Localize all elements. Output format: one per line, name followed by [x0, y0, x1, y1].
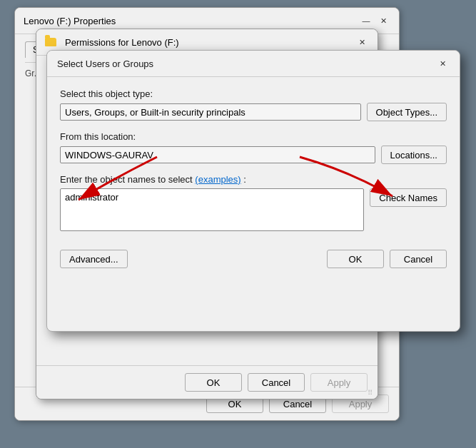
- permissions-buttons: OK Cancel Apply: [46, 373, 368, 392]
- resize-grip: ⠿: [368, 389, 376, 397]
- select-users-close-button[interactable]: ✕: [435, 56, 450, 71]
- select-users-bottom-bar: Advanced... OK Cancel: [47, 243, 460, 275]
- title-bar-left: Lenovo (F:) Properties: [24, 16, 116, 26]
- permissions-cancel-button[interactable]: Cancel: [248, 373, 305, 392]
- select-users-ok-button[interactable]: OK: [327, 250, 384, 268]
- location-label: From this location:: [60, 131, 447, 142]
- object-type-input: [60, 103, 361, 121]
- permissions-ok-button[interactable]: OK: [185, 373, 242, 392]
- permissions-apply-button[interactable]: Apply: [310, 373, 368, 392]
- arrow-right: [278, 150, 407, 207]
- select-users-title: Select Users or Groups: [57, 58, 153, 69]
- select-users-titlebar: Select Users or Groups ✕: [47, 51, 460, 77]
- colon: :: [243, 174, 246, 185]
- object-type-label: Select this object type:: [60, 88, 447, 99]
- window-controls: — ✕: [359, 14, 390, 28]
- permissions-close-button[interactable]: ✕: [355, 35, 369, 49]
- permissions-title-left: Permissions for Lenovo (F:): [45, 37, 179, 48]
- permissions-bottom-bar: OK Cancel Apply: [36, 365, 378, 399]
- arrow-left: [57, 150, 171, 207]
- object-types-button[interactable]: Object Types...: [367, 103, 447, 121]
- select-users-right-buttons: OK Cancel: [327, 250, 447, 268]
- close-button[interactable]: ✕: [376, 14, 390, 28]
- examples-link[interactable]: (examples): [195, 174, 240, 185]
- object-type-row: Object Types...: [60, 103, 447, 121]
- permissions-title-text: Permissions for Lenovo (F:): [65, 37, 179, 48]
- select-users-cancel-button[interactable]: Cancel: [390, 250, 447, 268]
- title-text: Lenovo (F:) Properties: [24, 16, 116, 26]
- folder-icon: [45, 38, 56, 46]
- minimize-button[interactable]: —: [359, 14, 373, 28]
- advanced-button[interactable]: Advanced...: [60, 250, 128, 268]
